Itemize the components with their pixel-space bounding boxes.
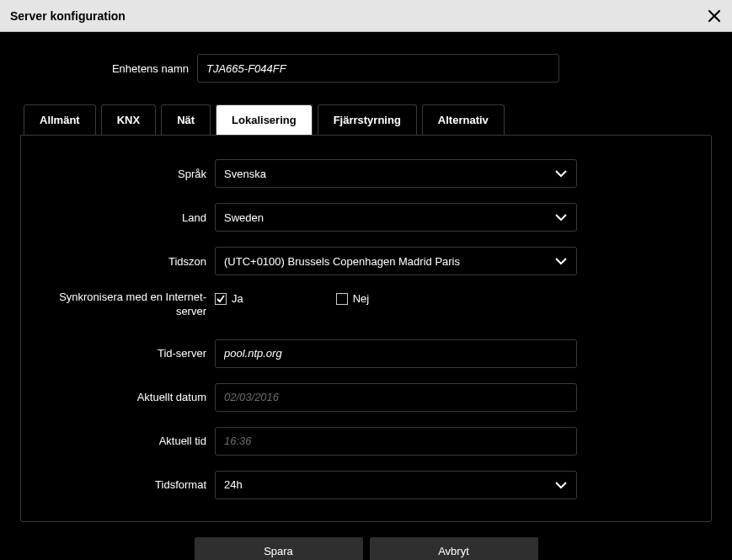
country-select[interactable]: Sweden xyxy=(215,203,577,232)
time-row: Aktuell tid xyxy=(38,427,694,456)
timeformat-value: 24h xyxy=(224,478,243,491)
country-value: Sweden xyxy=(224,211,264,224)
time-label: Aktuell tid xyxy=(38,435,215,447)
tab-alternative[interactable]: Alternativ xyxy=(422,104,505,135)
save-button[interactable]: Spara xyxy=(195,537,363,560)
sync-option-yes[interactable]: Ja xyxy=(215,292,243,305)
close-icon[interactable] xyxy=(707,8,722,24)
country-label: Land xyxy=(38,211,215,224)
tab-localization[interactable]: Lokalisering xyxy=(216,104,313,135)
dialog-body: Enhetens namn Allmänt KNX Nät Lokaliseri… xyxy=(0,32,732,560)
time-input xyxy=(215,427,577,456)
checkbox-checked-icon xyxy=(215,293,227,305)
timeserver-label: Tid-server xyxy=(38,347,215,360)
sync-option-no[interactable]: Nej xyxy=(336,292,370,305)
language-select[interactable]: Svenska xyxy=(215,159,577,188)
timeformat-label: Tidsformat xyxy=(38,478,215,491)
timeformat-select[interactable]: 24h xyxy=(215,471,577,499)
tab-panel-localization: Språk Svenska Land Sweden xyxy=(20,135,712,522)
tabs: Allmänt KNX Nät Lokalisering Fjärrstyrni… xyxy=(24,104,712,135)
tab-knx[interactable]: KNX xyxy=(101,104,156,135)
chevron-down-icon xyxy=(554,169,568,178)
titlebar: Server konfiguration xyxy=(0,0,732,32)
device-name-input[interactable] xyxy=(197,54,559,83)
date-input xyxy=(215,383,577,412)
chevron-down-icon xyxy=(554,213,568,221)
tab-general[interactable]: Allmänt xyxy=(24,104,96,135)
checkbox-unchecked-icon xyxy=(336,293,348,305)
timezone-label: Tidszon xyxy=(38,255,215,268)
tab-remote[interactable]: Fjärrstyrning xyxy=(318,104,417,135)
timeformat-row: Tidsformat 24h xyxy=(38,471,694,499)
chevron-down-icon xyxy=(554,481,568,489)
language-row: Språk Svenska xyxy=(38,159,694,188)
sync-no-label: Nej xyxy=(353,292,370,305)
dialog-title: Server konfiguration xyxy=(10,9,126,23)
server-konfiguration-dialog: Server konfiguration Enhetens namn Allmä… xyxy=(0,0,732,560)
timezone-value: (UTC+0100) Brussels Copenhagen Madrid Pa… xyxy=(224,255,460,268)
sync-row: Synkronisera med en Internet-server Ja N… xyxy=(38,291,694,319)
timeserver-input[interactable] xyxy=(215,339,577,368)
country-row: Land Sweden xyxy=(38,203,694,232)
language-label: Språk xyxy=(38,168,215,180)
buttons-row: Spara Avbryt xyxy=(20,522,712,560)
chevron-down-icon xyxy=(554,257,568,265)
device-name-label: Enhetens namn xyxy=(20,62,197,75)
timezone-select[interactable]: (UTC+0100) Brussels Copenhagen Madrid Pa… xyxy=(215,247,577,275)
language-value: Svenska xyxy=(224,168,266,180)
timeserver-row: Tid-server xyxy=(38,339,694,368)
sync-label: Synkronisera med en Internet-server xyxy=(38,291,215,319)
date-label: Aktuellt datum xyxy=(38,391,215,403)
date-row: Aktuellt datum xyxy=(38,383,694,412)
cancel-button[interactable]: Avbryt xyxy=(370,537,538,560)
sync-yes-label: Ja xyxy=(232,292,243,305)
device-name-row: Enhetens namn xyxy=(20,54,712,83)
tab-net[interactable]: Nät xyxy=(161,104,211,135)
timezone-row: Tidszon (UTC+0100) Brussels Copenhagen M… xyxy=(38,247,694,275)
